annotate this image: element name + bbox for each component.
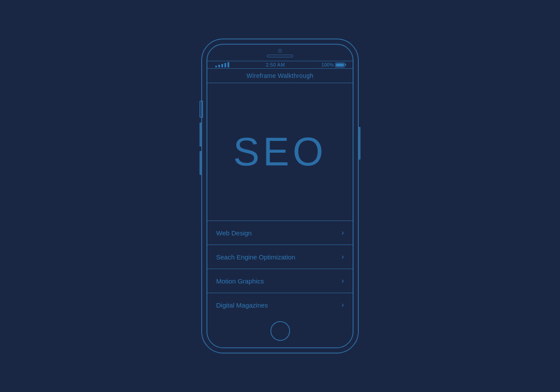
chevron-right-icon: › (342, 301, 344, 309)
hero-section: SEO (207, 83, 353, 221)
volume-down-button (200, 151, 201, 175)
phone-bottom-area (207, 317, 353, 347)
nav-title: Wireframe Walkthrough (247, 72, 314, 79)
battery-indicator: 100% (322, 62, 345, 67)
phone-screen: 2:50 AM 100% Wireframe Walkthrough SEO W… (206, 44, 354, 348)
battery-percent-label: 100% (322, 62, 334, 67)
menu-list: Web Design › Seach Engine Optimization ›… (207, 221, 353, 317)
menu-item-seo[interactable]: Seach Engine Optimization › (207, 245, 353, 269)
signal-strength-icon (215, 62, 229, 67)
battery-icon (335, 63, 345, 67)
phone-top-decoration (207, 45, 353, 61)
chevron-right-icon: › (342, 229, 344, 237)
menu-item-label: Digital Magazines (216, 301, 268, 309)
home-button[interactable] (270, 321, 290, 341)
status-time: 2:50 AM (266, 62, 285, 67)
volume-up-button (200, 122, 201, 147)
menu-item-digital-magazines[interactable]: Digital Magazines › (207, 293, 353, 317)
menu-item-label: Web Design (216, 229, 252, 237)
chevron-right-icon: › (342, 253, 344, 261)
navigation-bar: Wireframe Walkthrough (207, 68, 353, 83)
power-button (359, 127, 360, 160)
battery-fill (336, 63, 344, 66)
camera-icon (278, 49, 282, 52)
phone-mockup: 2:50 AM 100% Wireframe Walkthrough SEO W… (201, 38, 359, 354)
menu-item-label: Motion Graphics (216, 277, 264, 285)
hero-text: SEO (233, 130, 327, 175)
menu-item-web-design[interactable]: Web Design › (207, 221, 353, 245)
menu-item-motion-graphics[interactable]: Motion Graphics › (207, 269, 353, 293)
chevron-right-icon: › (342, 277, 344, 285)
menu-item-label: Seach Engine Optimization (216, 253, 295, 261)
speaker-icon (267, 55, 293, 57)
status-bar: 2:50 AM 100% (207, 61, 353, 68)
